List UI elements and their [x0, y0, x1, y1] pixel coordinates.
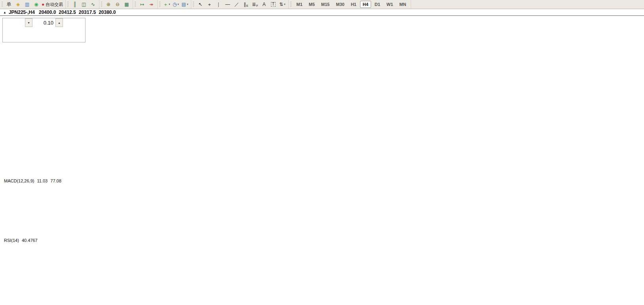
ohlc-close: 20380.0: [99, 10, 116, 15]
signals-button[interactable]: ◉: [32, 0, 40, 9]
rsi-label: RSI(14): [4, 238, 19, 243]
toolbar-group-timeframes: M1M5M15M30H1H4D1W1MN: [289, 0, 411, 9]
tf-m5[interactable]: M5: [306, 1, 318, 8]
vertical-line-icon: ｜: [216, 2, 221, 7]
cursor-button[interactable]: ↖: [196, 0, 204, 9]
periods-icon: ◷: [173, 2, 177, 7]
chart-shift-icon: ↠: [149, 2, 153, 7]
tf-h1[interactable]: H1: [348, 1, 359, 8]
label-button[interactable]: T: [269, 0, 277, 9]
fibonacci-button[interactable]: ≣F: [251, 0, 259, 9]
tf-m1[interactable]: M1: [293, 1, 305, 8]
buy-price-frac: .5: [69, 29, 78, 41]
depth-of-market-icon: ◈: [16, 2, 20, 7]
autotrading-icon: ●: [42, 2, 44, 7]
toolbar-group-zoom: ⊕⊖▦: [99, 0, 133, 9]
channel-icon: ∥: [244, 2, 246, 7]
main-toolbar: 单◈▥◉●自动交易║◫∿⊕⊖▦↦↠＋▾◷▾▤▾↖＋｜—／∥E≣FAT⇅▾M1M5…: [0, 0, 644, 9]
volume-down-button[interactable]: ▼: [25, 18, 32, 27]
candlestick-icon: ◫: [82, 2, 86, 7]
macd-label: MACD(12,26,9): [4, 178, 34, 183]
bar-chart-button[interactable]: ║: [70, 0, 79, 9]
bar-chart-icon: ║: [73, 2, 76, 7]
channel-button[interactable]: ∥E: [242, 0, 250, 9]
buy-price[interactable]: 20401 .5: [44, 27, 85, 42]
sell-price[interactable]: 20378 .5: [3, 27, 44, 42]
vertical-line-button[interactable]: ｜: [214, 0, 223, 9]
rsi-value: 40.4767: [22, 238, 38, 243]
new-order-button: 单: [7, 2, 11, 7]
tf-m15[interactable]: M15: [318, 1, 332, 8]
collapse-icon[interactable]: ▲: [3, 11, 6, 14]
label-icon: T: [271, 2, 276, 7]
chart-title-bar: ▲ JPN225-,H4 20400.0 20412.5 20317.5 203…: [0, 9, 644, 16]
fibonacci-icon: ≣: [252, 2, 256, 7]
tf-mn[interactable]: MN: [396, 1, 409, 8]
macd-signal-value: 77.08: [50, 178, 61, 183]
trendline-icon: ／: [234, 2, 239, 7]
ohlc-high: 20412.5: [59, 10, 76, 15]
crosshair-icon: ＋: [207, 2, 212, 7]
template-button[interactable]: ▤▾: [181, 0, 189, 9]
market-watch-button[interactable]: ▥: [23, 0, 31, 9]
sell-price-main: 20378: [10, 33, 27, 39]
zoom-in-icon: ⊕: [107, 2, 111, 7]
zoom-out-button[interactable]: ⊖: [113, 0, 122, 9]
candlestick-button[interactable]: ◫: [80, 0, 88, 9]
periods-button[interactable]: ◷▾: [171, 0, 180, 9]
new-order-button[interactable]: 单: [5, 0, 13, 9]
template-icon: ▤: [181, 2, 186, 7]
crosshair-button[interactable]: ＋: [205, 0, 213, 9]
macd-main-value: 11.03: [37, 178, 48, 183]
chart-canvas[interactable]: [0, 0, 644, 305]
symbol-timeframe-label: JPN225-,H4: [9, 10, 35, 15]
macd-indicator-header: MACD(12,26,9) 11.03 77.08: [4, 178, 61, 183]
depth-of-market-button[interactable]: ◈: [14, 0, 22, 9]
tile-windows-button[interactable]: ▦: [122, 0, 131, 9]
rsi-indicator-header: RSI(14) 40.4767: [4, 238, 38, 243]
tf-m30[interactable]: M30: [333, 1, 347, 8]
text-icon: A: [263, 2, 266, 7]
add-indicator-icon: ＋: [163, 2, 168, 7]
zoom-in-button[interactable]: ⊕: [104, 0, 112, 9]
toolbar-group-chart-type: ║◫∿: [66, 0, 99, 9]
toolbar-group-scroll: ↦↠: [133, 0, 158, 9]
ohlc-open: 20400.0: [39, 10, 56, 15]
tf-w1[interactable]: W1: [384, 1, 396, 8]
buy-button[interactable]: BUY: [63, 18, 85, 27]
tf-h4[interactable]: H4: [360, 1, 371, 8]
trendline-button[interactable]: ／: [232, 0, 241, 9]
tile-windows-icon: ▦: [124, 2, 129, 7]
horizontal-line-icon: —: [225, 2, 230, 7]
ohlc-low: 20317.5: [79, 10, 96, 15]
toolbar-group-trade: 单◈▥◉●自动交易: [0, 0, 66, 9]
autotrading-label: 自动交易: [46, 2, 63, 8]
market-watch-icon: ▥: [25, 2, 29, 7]
arrows-icon: ⇅: [279, 2, 283, 7]
volume-up-button[interactable]: ▲: [55, 18, 63, 27]
auto-scroll-icon: ↦: [140, 2, 144, 7]
autotrading-button[interactable]: ●自动交易: [41, 0, 63, 9]
zoom-out-icon: ⊖: [116, 2, 120, 7]
horizontal-line-button[interactable]: —: [223, 0, 232, 9]
text-button[interactable]: A: [260, 0, 268, 9]
tf-d1[interactable]: D1: [372, 1, 383, 8]
line-chart-button[interactable]: ∿: [89, 0, 97, 9]
sell-price-frac: .5: [27, 29, 37, 41]
chart-shift-button[interactable]: ↠: [147, 0, 155, 9]
cursor-icon: ↖: [198, 2, 202, 7]
line-chart-icon: ∿: [91, 2, 95, 7]
toolbar-group-draw: ↖＋｜—／∥E≣FAT⇅▾: [191, 0, 289, 9]
toolbar-group-objects: ＋▾◷▾▤▾: [158, 0, 191, 9]
one-click-trade-panel: SELL ▼ ▲ BUY 20378 .5 20401 .5: [2, 18, 86, 42]
arrows-button[interactable]: ⇅▾: [278, 0, 286, 9]
signals-icon: ◉: [34, 2, 38, 7]
buy-price-main: 20401: [51, 33, 69, 39]
sell-button[interactable]: SELL: [3, 18, 25, 27]
add-indicator-button[interactable]: ＋▾: [162, 0, 171, 9]
auto-scroll-button[interactable]: ↦: [138, 0, 146, 9]
volume-input[interactable]: [32, 18, 55, 27]
